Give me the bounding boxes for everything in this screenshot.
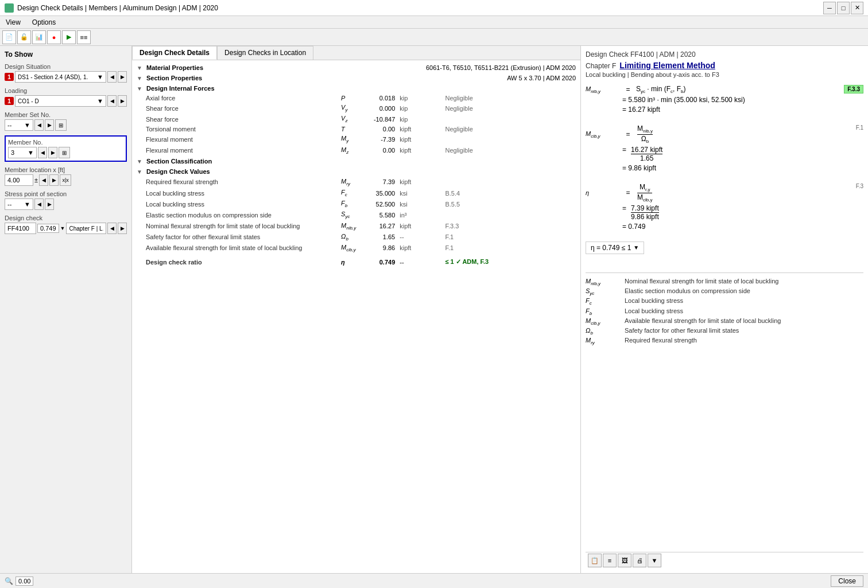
member-location-input[interactable] xyxy=(5,174,33,186)
toolbar-btn-6[interactable]: ≡≡ xyxy=(77,30,91,44)
chevron-down-icon: ▼ xyxy=(28,149,34,156)
member-location-label: Member location x [ft] xyxy=(5,166,127,173)
loading-dropdown[interactable]: CO1 - D ▼ xyxy=(15,95,106,107)
loading-next-button[interactable]: ▶ xyxy=(118,95,127,107)
bottom-btn-list[interactable]: ≡ xyxy=(603,554,617,567)
location-unit: ± xyxy=(34,177,38,184)
table-row: Safety factor for other flexural limit s… xyxy=(134,232,578,243)
table-row: Torsional moment T 0.00 kipft Negligible xyxy=(134,124,578,134)
table-row: Flexural moment My -7.39 kipft xyxy=(134,134,578,145)
member-next-button[interactable]: ▶ xyxy=(48,147,57,158)
eta-result-row: η = 0.749 ≤ 1 ▼ xyxy=(586,242,863,254)
toolbar-btn-1[interactable]: 📄 xyxy=(2,30,16,44)
middle-panel: Design Check Details Design Checks in Lo… xyxy=(132,46,581,573)
legend-row: Fc Local buckling stress xyxy=(586,297,863,306)
right-panel: Design Check FF4100 | ADM | 2020 Chapter… xyxy=(581,46,868,573)
location-select-button[interactable]: x|x xyxy=(60,174,71,186)
left-panel: To Show Design Situation 1 DS1 - Section… xyxy=(0,46,132,573)
expand-icon[interactable]: ▼ xyxy=(137,75,142,81)
check-code-dropdown[interactable]: FF4100 xyxy=(5,223,36,234)
member-select-button[interactable]: ⊞ xyxy=(59,147,70,158)
search-icon[interactable]: 🔍 xyxy=(5,577,13,585)
check-prev-button[interactable]: ◀ xyxy=(107,223,117,234)
toolbar-btn-5[interactable]: ▶ xyxy=(62,30,76,44)
tab-check-details[interactable]: Design Check Details xyxy=(132,46,217,60)
design-situation-dropdown[interactable]: DS1 - Section 2.4 (ASD), 1. ▼ xyxy=(15,71,106,83)
expand-icon[interactable]: ▼ xyxy=(137,65,142,71)
loading-prev-button[interactable]: ◀ xyxy=(107,95,117,107)
status-bar: 🔍 0.00 Close xyxy=(0,573,868,588)
chapter-label: Chapter F xyxy=(586,62,616,70)
memberset-next-button[interactable]: ▶ xyxy=(45,119,54,131)
legend-desc: Required flexural strength xyxy=(625,337,697,344)
expand-icon[interactable]: ▼ xyxy=(137,169,142,175)
tab-checks-location[interactable]: Design Checks in Location xyxy=(217,46,313,60)
eta-symbol: η xyxy=(586,189,620,196)
table-row: Nominal flexural strength for limit stat… xyxy=(134,221,578,232)
ds-prev-button[interactable]: ◀ xyxy=(107,71,117,83)
expand-icon[interactable]: ▼ xyxy=(137,158,142,165)
formula-line: = 5.580 in³ · min (35.000 ksi, 52.500 ks… xyxy=(622,96,863,104)
internal-forces-header: ▼ Design Internal Forces xyxy=(134,83,578,94)
mclby-symbol: Mclb,y xyxy=(586,130,620,139)
chevron-down-icon: ▼ xyxy=(97,73,103,80)
eta-result-box: η = 0.749 ≤ 1 ▼ xyxy=(586,242,644,254)
location-prev-button[interactable]: ◀ xyxy=(39,174,48,186)
member-no-dropdown[interactable]: 3 ▼ xyxy=(8,147,37,158)
legend-desc: Elastic section modulus on compression s… xyxy=(625,287,750,294)
to-show-label: To Show xyxy=(5,50,127,59)
menu-options[interactable]: Options xyxy=(29,17,59,28)
menu-view[interactable]: View xyxy=(2,17,24,28)
check-chapter-dropdown[interactable]: Chapter F | L... xyxy=(66,223,106,234)
legend-symbol: Ωb xyxy=(586,327,620,336)
table-row: Local buckling stress Fc 35.000 ksi B.5.… xyxy=(134,188,578,198)
close-button[interactable]: Close xyxy=(831,575,863,587)
check-next-button[interactable]: ▶ xyxy=(118,223,127,234)
memberset-prev-button[interactable]: ◀ xyxy=(34,119,44,131)
formula-mclby: Mclb,y = Mnlb,y Ωb F.1 = 16.27 kipft 1.6… xyxy=(586,124,863,174)
close-window-button[interactable]: ✕ xyxy=(851,2,863,14)
memberset-select-button[interactable]: ⊞ xyxy=(55,119,67,131)
toolbar: 📄 🔓 📊 ● ▶ ≡≡ xyxy=(0,29,868,46)
check-title: Design Check FF4100 | ADM | 2020 xyxy=(586,50,863,59)
bottom-btn-print[interactable]: 🖨 xyxy=(633,554,646,567)
legend-symbol: Fb xyxy=(586,307,620,316)
minimize-button[interactable]: ─ xyxy=(823,2,836,14)
material-props-header: ▼ Material Properties 6061-T6, T6510, T6… xyxy=(134,63,578,73)
method-title: Limiting Element Method xyxy=(619,61,715,70)
legend-symbol: Mnlb,y xyxy=(586,278,620,286)
bottom-btn-image[interactable]: 🖼 xyxy=(618,554,631,567)
tab-bar: Design Check Details Design Checks in Lo… xyxy=(132,46,580,60)
table-row: Required flexural strength Mry 7.39 kipf… xyxy=(134,177,578,188)
stress-point-dropdown[interactable]: -- ▼ xyxy=(5,198,33,210)
formula-result-line: = 16.27 kipft xyxy=(622,106,863,114)
bottom-btn-copy[interactable]: 📋 xyxy=(588,554,602,567)
member-set-label: Member Set No. xyxy=(5,111,127,118)
mnlby-symbol: Mnlb,y xyxy=(586,85,620,94)
toolbar-btn-2[interactable]: 🔓 xyxy=(17,30,31,44)
legend-section: Mnlb,y Nominal flexural strength for lim… xyxy=(586,272,863,346)
legend-symbol: Mclb,y xyxy=(586,317,620,326)
stress-prev-button[interactable]: ◀ xyxy=(34,198,44,210)
section-props-header: ▼ Section Properties AW 5 x 3.70 | ADM 2… xyxy=(134,73,578,83)
loading-label: Loading xyxy=(5,87,127,94)
member-prev-button[interactable]: ◀ xyxy=(38,147,47,158)
legend-row: Syc Elastic section modulus on compressi… xyxy=(586,287,863,296)
toolbar-btn-4[interactable]: ● xyxy=(47,30,61,44)
expand-icon[interactable]: ▼ xyxy=(137,85,142,92)
ds-next-button[interactable]: ▶ xyxy=(118,71,127,83)
table-row: Flexural moment Mz 0.00 kipft Negligible xyxy=(134,145,578,156)
member-no-label: Member No. xyxy=(8,139,123,146)
stress-next-button[interactable]: ▶ xyxy=(45,198,54,210)
maximize-button[interactable]: □ xyxy=(837,2,850,14)
table-row: Elastic section modulus on compression s… xyxy=(134,209,578,220)
table-area: ▼ Material Properties 6061-T6, T6510, T6… xyxy=(132,60,580,573)
legend-row: Ωb Safety factor for other flexural limi… xyxy=(586,327,863,336)
location-next-button[interactable]: ▶ xyxy=(49,174,59,186)
member-set-dropdown[interactable]: -- ▼ xyxy=(5,119,33,131)
title-bar: Design Check Details | Members | Aluminu… xyxy=(0,0,868,16)
eta-dropdown-arrow[interactable]: ▼ xyxy=(633,244,639,251)
toolbar-btn-3[interactable]: 📊 xyxy=(32,30,46,44)
bottom-btn-dropdown[interactable]: ▼ xyxy=(648,554,661,567)
ref-f1: F.1 xyxy=(856,124,863,131)
